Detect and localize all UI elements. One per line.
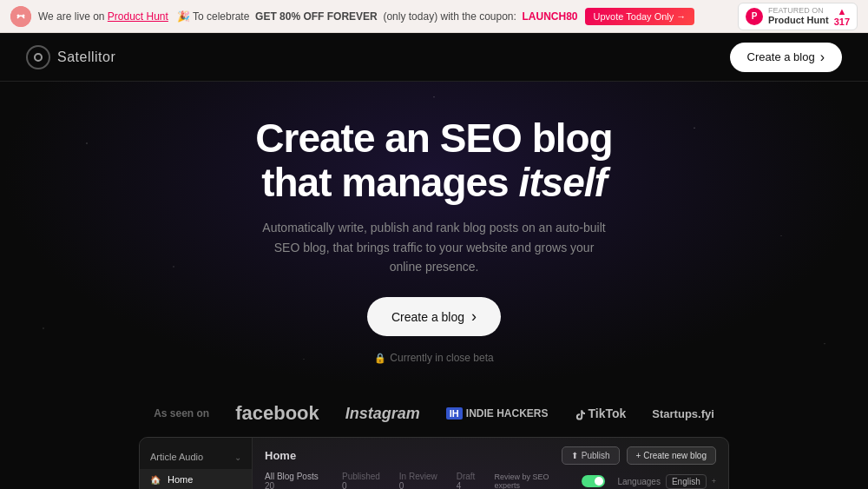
dashboard-sidebar: Article Audio ⌄ 🏠 Home 💼 Business Detail… xyxy=(140,438,253,489)
tab-in-review[interactable]: In Review 0 xyxy=(399,472,444,489)
beta-badge: 🔒 Currently in close beta xyxy=(374,352,493,364)
dashboard-page-title: Home xyxy=(265,449,296,462)
publish-button[interactable]: ⬆ Publish xyxy=(562,446,620,465)
logo-icon xyxy=(26,45,50,69)
banner-offer: GET 80% OFF FOREVER xyxy=(255,10,378,23)
dashboard-preview: Article Audio ⌄ 🏠 Home 💼 Business Detail… xyxy=(139,437,729,489)
upvote-button[interactable]: Upvote Today Only → xyxy=(585,8,695,25)
product-hunt-link[interactable]: Product Hunt xyxy=(108,10,168,23)
seo-review-toggle[interactable] xyxy=(582,475,606,487)
tab-all-posts[interactable]: All Blog Posts 20 xyxy=(265,472,330,489)
beta-text: Currently in close beta xyxy=(390,352,493,364)
lock-icon: 🔒 xyxy=(374,353,386,364)
facebook-logo: facebook xyxy=(235,402,319,425)
tab-published[interactable]: Published 0 xyxy=(342,472,387,489)
home-icon: 🏠 xyxy=(150,475,161,485)
hero-title-line1: Create an SEO blog xyxy=(255,116,612,161)
ph-featured-label: FEATURED ON xyxy=(768,6,829,16)
tiktok-logo: TikTok xyxy=(575,406,627,420)
product-hunt-badge[interactable]: P FEATURED ON Product Hunt ▲ 317 xyxy=(738,3,858,30)
logo-inner-circle xyxy=(34,53,43,62)
ih-box: IH xyxy=(446,407,463,420)
hero-title: Create an SEO blog that manages itself xyxy=(17,116,851,204)
hero-subtitle: Automatically write, publish and rank bl… xyxy=(260,218,608,276)
dashboard-actions: ⬆ Publish + Create new blog xyxy=(562,446,716,465)
logo-text: Satellitor xyxy=(57,50,115,65)
language-label: Languages xyxy=(617,477,661,486)
ph-number: 317 xyxy=(834,17,850,27)
ph-info: FEATURED ON Product Hunt xyxy=(768,6,829,27)
instagram-logo: Instagram xyxy=(345,405,420,423)
tab-draft[interactable]: Draft 4 xyxy=(457,472,483,489)
upvote-label: Upvote Today Only → xyxy=(594,11,687,22)
hero-cta-button[interactable]: Create a blog xyxy=(367,297,501,336)
ph-count: ▲ 317 xyxy=(834,6,850,27)
create-new-blog-button[interactable]: + Create new blog xyxy=(627,446,716,465)
svg-point-1 xyxy=(17,14,20,17)
ph-arrow: ▲ xyxy=(837,6,846,17)
dashboard-tabs: All Blog Posts 20 Published 0 In Review … xyxy=(265,472,716,489)
language-value: English xyxy=(666,474,707,489)
language-chevron-icon: + xyxy=(712,477,716,486)
banner-left: We are live on Product Hunt 🎉 To celebra… xyxy=(10,6,694,27)
nav-create-blog-button[interactable]: Create a blog xyxy=(730,43,842,72)
as-seen-label: As seen on xyxy=(154,407,209,420)
coupon-code: LAUNCH80 xyxy=(523,10,578,23)
startups-logo: Startups.fyi xyxy=(652,407,714,420)
logo: Satellitor xyxy=(26,45,115,69)
dashboard-main: Home ⬆ Publish + Create new blog All Blo… xyxy=(253,438,728,489)
language-selector[interactable]: Languages English + xyxy=(617,474,716,489)
sidebar-item-home[interactable]: 🏠 Home xyxy=(140,469,252,489)
hero-section: Create an SEO blog that manages itself A… xyxy=(0,82,868,390)
banner-avatar xyxy=(10,6,31,27)
top-banner: We are live on Product Hunt 🎉 To celebra… xyxy=(0,0,868,33)
indie-hackers-logo: IH INDIE HACKERS xyxy=(446,407,549,420)
publish-label: Publish xyxy=(582,451,610,460)
svg-point-2 xyxy=(23,14,25,17)
hero-title-italic: itself xyxy=(518,160,606,205)
publish-icon: ⬆ xyxy=(571,451,578,460)
navbar: Satellitor Create a blog xyxy=(0,33,868,82)
dashboard-top-bar: Home ⬆ Publish + Create new blog xyxy=(265,446,716,465)
social-proof-section: As seen on facebook Instagram IH INDIE H… xyxy=(0,390,868,437)
sidebar-chevron-icon: ⌄ xyxy=(234,453,241,462)
ph-name: Product Hunt xyxy=(768,15,829,26)
hero-title-line2: that manages xyxy=(261,160,509,205)
banner-text: We are live on Product Hunt 🎉 To celebra… xyxy=(38,10,578,23)
dashboard-preview-section: Article Audio ⌄ 🏠 Home 💼 Business Detail… xyxy=(0,437,868,489)
svg-point-0 xyxy=(10,6,31,27)
ph-logo-icon: P xyxy=(746,8,763,25)
seo-review-label: Review by SEO experts xyxy=(494,472,575,489)
sidebar-title: Article Audio ⌄ xyxy=(140,446,252,469)
sidebar-home-label: Home xyxy=(168,474,193,485)
